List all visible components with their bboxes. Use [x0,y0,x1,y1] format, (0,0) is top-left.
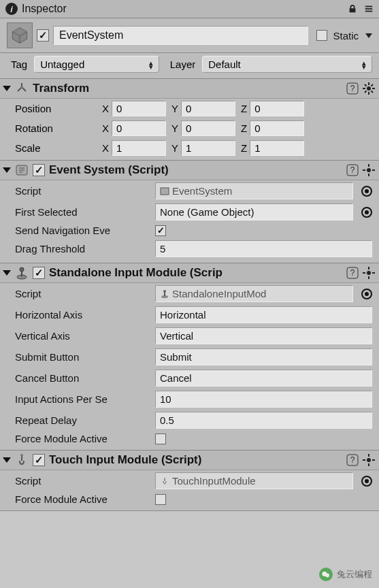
svg-line-14 [372,91,374,93]
script-label: Script [15,185,151,197]
joystick-icon [15,266,29,280]
foldout-icon [3,86,11,91]
tag-value: Untagged [40,59,84,70]
touch-force-module-row: Force Module Active [0,491,379,510]
script-field: EventSystem [155,182,353,199]
standalone-title: Standalone Input Module (Scrip [49,266,223,280]
event-system-title: Event System (Script) [49,163,169,177]
repeat-delay-label: Repeat Delay [15,414,151,426]
transform-icon [15,82,29,95]
vertical-axis-field[interactable]: Vertical [155,327,372,344]
object-picker-icon[interactable] [361,186,372,197]
event-system-enabled-checkbox[interactable]: ✓ [33,164,45,176]
gameobject-name-field[interactable]: EventSystem [53,26,308,45]
gear-icon[interactable] [363,267,375,279]
event-system-header[interactable]: ✓ Event System (Script) ? [0,161,379,180]
first-selected-row: First Selected None (Game Object) [0,201,379,223]
touch-enabled-checkbox[interactable]: ✓ [33,454,45,466]
gameobject-active-checkbox[interactable]: ✓ [37,29,49,42]
foldout-icon [3,270,11,276]
standalone-input-component: ✓ Standalone Input Module (Scrip ? Scrip… [0,263,379,451]
scale-z[interactable]: 1 [250,140,304,156]
static-checkbox[interactable] [316,30,327,41]
position-z[interactable]: 0 [250,101,304,116]
panel-menu-icon[interactable] [364,4,374,14]
touch-input-component: ✓ Touch Input Module (Script) ? Script T… [0,451,379,511]
scale-y[interactable]: 1 [181,140,235,156]
tag-label: Tag [11,59,27,70]
foldout-icon [3,457,11,463]
touch-script-field: TouchInputModule [155,472,353,489]
drag-threshold-row: Drag Threshold 5 [0,238,379,263]
lock-icon[interactable] [348,4,357,14]
touch-input-header[interactable]: ✓ Touch Input Module (Script) ? [0,451,379,470]
svg-rect-0 [365,6,373,7]
submit-button-field[interactable]: Submit [155,348,372,365]
tag-dropdown[interactable]: Untagged ▴▾ [34,56,159,73]
vertical-axis-row: Vertical Axis Vertical [0,325,379,346]
help-icon[interactable]: ? [346,454,359,466]
object-picker-icon[interactable] [361,476,372,487]
drag-threshold-field[interactable]: 5 [155,240,372,257]
svg-line-13 [365,84,367,86]
script-row: Script EventSystem [0,180,379,201]
horizontal-axis-field[interactable]: Horizontal [155,306,372,323]
send-navigation-checkbox[interactable]: ✓ [155,225,166,236]
rotation-y[interactable]: 0 [181,120,235,136]
horizontal-axis-row: Horizontal Axis Horizontal [0,304,379,325]
repeat-delay-row: Repeat Delay 0.5 [0,410,379,431]
force-module-checkbox[interactable] [155,434,166,444]
wechat-icon [319,568,333,581]
layer-dropdown[interactable]: Default ▴▾ [202,56,372,73]
rotation-x[interactable]: 0 [112,120,166,136]
rotation-z[interactable]: 0 [250,120,304,136]
layer-label: Layer [170,59,196,70]
rotation-row: Rotation X0 Y0 Z0 [0,118,379,138]
first-selected-field[interactable]: None (Game Object) [155,203,353,220]
cancel-button-row: Cancel Button Cancel [0,368,379,389]
touch-force-module-checkbox[interactable] [155,494,166,505]
static-label: Static [333,30,359,42]
script-icon [15,163,29,177]
svg-point-38 [163,290,166,293]
static-dropdown-icon[interactable] [365,33,372,38]
help-icon[interactable]: ? [346,82,359,95]
gear-icon[interactable] [363,82,375,95]
repeat-delay-field[interactable]: 0.5 [155,412,372,429]
scale-x[interactable]: 1 [112,140,166,156]
standalone-enabled-checkbox[interactable]: ✓ [33,267,45,279]
object-picker-icon[interactable] [361,207,372,218]
position-x[interactable]: 0 [112,101,166,116]
layer-value: Default [208,59,241,70]
info-icon: i [5,3,18,15]
standalone-input-header[interactable]: ✓ Standalone Input Module (Scrip ? [0,263,379,283]
svg-point-28 [20,267,24,272]
svg-text:?: ? [350,84,355,93]
help-icon[interactable]: ? [346,164,359,176]
position-label: Position [15,103,97,114]
inspector-header: i Inspector [0,0,379,18]
scale-label: Scale [15,142,97,154]
gameobject-row: ✓ EventSystem Static [0,18,379,53]
object-picker-icon[interactable] [361,289,372,299]
horizontal-axis-label: Horizontal Axis [15,309,151,321]
scale-row: Scale X1 Y1 Z1 [0,138,379,160]
svg-line-16 [372,84,374,86]
input-actions-field[interactable]: 10 [155,391,372,408]
gear-icon[interactable] [363,164,375,176]
first-selected-label: First Selected [15,206,151,218]
svg-text:?: ? [350,455,355,465]
gear-icon[interactable] [363,454,375,466]
help-icon[interactable]: ? [346,267,359,279]
cancel-button-label: Cancel Button [15,372,151,384]
touch-icon [15,453,29,467]
svg-rect-25 [161,188,169,195]
sim-script-row: Script StandaloneInputMod [0,283,379,304]
force-module-row: Force Module Active [0,431,379,450]
touch-force-module-label: Force Module Active [15,493,151,505]
position-y[interactable]: 0 [181,101,235,116]
cancel-button-field[interactable]: Cancel [155,370,372,387]
svg-rect-1 [365,8,373,10]
transform-header[interactable]: Transform ? [0,79,379,99]
svg-point-20 [367,168,371,172]
